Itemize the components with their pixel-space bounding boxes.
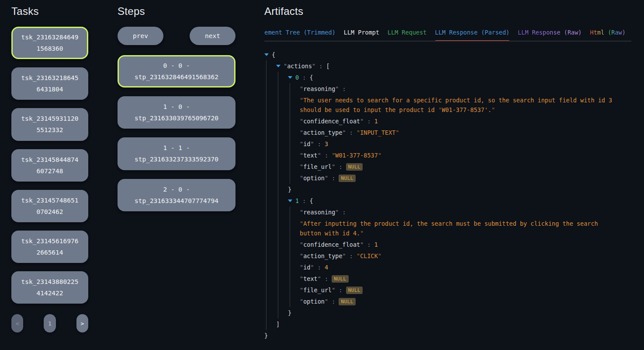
pagination-page-1-button[interactable]: 1	[44, 314, 55, 332]
collapse-arrow-icon[interactable]	[288, 200, 292, 202]
indent-guide	[290, 218, 290, 239]
artifacts-title: Artifacts	[264, 5, 631, 18]
tab-llm-response-raw[interactable]: LLM Response (Raw)	[518, 29, 582, 36]
indent-guide	[266, 239, 267, 250]
json-row: 0 : {	[264, 72, 631, 83]
indent-guide	[266, 195, 267, 206]
tasks-pagination: < 1 >	[11, 314, 88, 332]
indent-guide	[266, 138, 267, 150]
json-row: "confidence_float" : 1	[264, 116, 631, 127]
indent-guide	[266, 262, 267, 273]
json-row: "action_type" : "INPUT_TEXT"	[264, 127, 631, 138]
null-badge: NULL	[339, 175, 356, 182]
indent-guide	[290, 239, 290, 250]
indent-guide	[266, 83, 267, 94]
indent-guide	[278, 184, 278, 195]
indent-guide	[290, 172, 290, 184]
collapse-arrow-icon[interactable]	[264, 53, 269, 56]
task-button[interactable]: tsk_231457486510702462	[11, 190, 88, 222]
pagination-next-button[interactable]: >	[76, 314, 88, 332]
steps-nav: prev next	[118, 27, 235, 45]
step-button[interactable]: 1 - 0 - stp_231633039765096720	[118, 96, 235, 129]
indent-guide	[266, 172, 267, 184]
indent-guide	[290, 273, 290, 284]
indent-guide	[278, 116, 278, 127]
step-button[interactable]: 2 - 0 - stp_231633344707774794	[118, 179, 235, 211]
indent-guide	[266, 184, 267, 195]
json-row: "text" : NULL	[264, 273, 631, 284]
json-tree-viewer: {"actions" : [0 : {"reasoning" : "The us…	[264, 49, 631, 341]
indent-guide	[266, 127, 267, 138]
indent-guide	[266, 318, 267, 330]
indent-guide	[278, 138, 278, 150]
json-row: "After inputting the product id, the sea…	[264, 218, 631, 239]
json-row: "actions" : [	[264, 60, 631, 72]
json-row: }	[264, 307, 631, 318]
indent-guide	[278, 83, 278, 94]
json-row: "file_url" : NULL	[264, 284, 631, 296]
indent-guide	[266, 284, 267, 296]
task-button[interactable]: tsk_231459311205512332	[11, 108, 88, 140]
task-button[interactable]: tsk_231458448746072748	[11, 149, 88, 182]
prev-step-button[interactable]: prev	[118, 27, 163, 45]
indent-guide	[290, 250, 290, 262]
step-button[interactable]: 0 - 0 - stp_231632846491568362	[118, 55, 235, 88]
json-row: "file_url" : NULL	[264, 161, 631, 172]
indent-guide	[290, 296, 290, 307]
tab-llm-prompt[interactable]: LLM Prompt	[344, 29, 379, 36]
indent-guide	[290, 150, 290, 161]
indent-guide	[290, 83, 290, 94]
indent-guide	[278, 273, 278, 284]
indent-guide	[266, 206, 267, 218]
task-button[interactable]: tsk_231632186456431804	[11, 67, 88, 100]
indent-guide	[278, 195, 278, 206]
indent-guide	[278, 161, 278, 172]
artifacts-tab-strip: Element Tree (Trimmed)LLM PromptLLM Requ…	[264, 29, 631, 42]
indent-guide	[266, 250, 267, 262]
indent-guide	[266, 60, 267, 72]
json-row: "reasoning" :	[264, 83, 631, 94]
indent-guide	[266, 218, 267, 239]
indent-guide	[290, 94, 290, 116]
tab-llm-request[interactable]: LLM Request	[388, 29, 426, 36]
indent-guide	[278, 172, 278, 184]
indent-guide	[266, 72, 267, 83]
task-button[interactable]: tsk_231438802254142422	[11, 271, 88, 304]
indent-guide	[266, 296, 267, 307]
tab-html-raw[interactable]: Html (Raw)	[590, 29, 626, 36]
step-button[interactable]: 1 - 1 - stp_231633237333592370	[118, 137, 235, 170]
collapse-arrow-icon[interactable]	[288, 76, 292, 79]
json-row: "action_type" : "CLICK"	[264, 250, 631, 262]
task-button[interactable]: tsk_231632846491568360	[11, 27, 88, 59]
indent-guide	[266, 161, 267, 172]
json-row: "option" : NULL	[264, 296, 631, 307]
indent-guide	[266, 116, 267, 127]
tab-llm-response-parsed[interactable]: LLM Response (Parsed)	[435, 29, 510, 36]
json-row: "id" : 3	[264, 138, 631, 150]
null-badge: NULL	[346, 287, 363, 294]
indent-guide	[266, 94, 267, 116]
indent-guide	[278, 72, 278, 83]
indent-guide	[266, 273, 267, 284]
indent-guide	[290, 206, 290, 218]
step-list: 0 - 0 - stp_2316328464915683621 - 0 - st…	[118, 55, 235, 211]
tab-element-tree-trimmed[interactable]: Element Tree (Trimmed)	[264, 29, 336, 36]
indent-guide	[278, 94, 278, 116]
json-row: }	[264, 330, 631, 341]
indent-guide	[278, 206, 278, 218]
steps-title: Steps	[118, 5, 235, 18]
tasks-title: Tasks	[11, 5, 88, 18]
indent-guide	[290, 284, 290, 296]
indent-guide	[278, 239, 278, 250]
pagination-prev-button[interactable]: <	[11, 314, 23, 332]
json-row: "reasoning" :	[264, 206, 631, 218]
indent-guide	[278, 150, 278, 161]
next-step-button[interactable]: next	[190, 27, 235, 45]
indent-guide	[290, 116, 290, 127]
json-row: 1 : {	[264, 195, 631, 206]
task-button[interactable]: tsk_231456169762665614	[11, 231, 88, 263]
collapse-arrow-icon[interactable]	[276, 65, 280, 67]
artifacts-panel: Artifacts Element Tree (Trimmed)LLM Prom…	[264, 5, 631, 341]
json-row: "confidence_float" : 1	[264, 239, 631, 250]
json-row: }	[264, 184, 631, 195]
